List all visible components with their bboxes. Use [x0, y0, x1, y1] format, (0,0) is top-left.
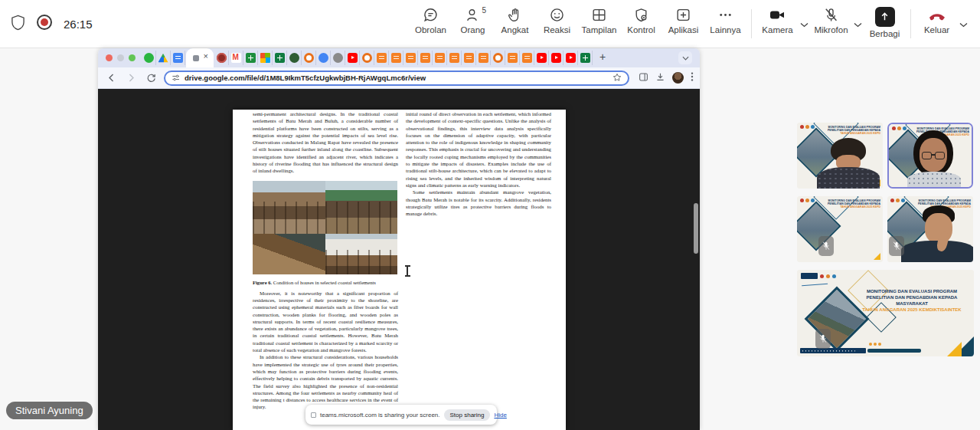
- drive-icon: [158, 53, 168, 63]
- more-dots-icon: [717, 7, 733, 23]
- sinta-tab-favicon[interactable]: [505, 51, 520, 65]
- people-button[interactable]: 5 Orang: [452, 0, 494, 48]
- viewer-scrollbar-thumb[interactable]: [694, 203, 698, 254]
- window-controls[interactable]: [98, 54, 142, 67]
- chat-icon: [423, 7, 439, 23]
- youtube-icon: [348, 53, 358, 63]
- whatsapp-icon: [144, 53, 154, 63]
- apps-button[interactable]: Aplikasi: [662, 0, 704, 48]
- stop-sharing-button[interactable]: Stop sharing: [444, 409, 491, 421]
- youtube-tab-favicon[interactable]: [564, 51, 578, 65]
- people-count-badge: 5: [482, 6, 486, 15]
- sheets-tab-favicon[interactable]: [243, 51, 258, 65]
- url-text[interactable]: drive.google.com/file/d/1M8L9IkmT5cfzUgk…: [185, 74, 608, 82]
- gmail-tab-favicon[interactable]: [229, 51, 243, 65]
- scopus-icon: [304, 53, 314, 63]
- teams-meeting-window: 26:15 Obrolan 5 Orang Angkat Reaksi: [0, 0, 980, 430]
- microphone-options-chevron[interactable]: [852, 17, 864, 31]
- microsoft-tab-favicon[interactable]: [258, 51, 273, 65]
- docs-icon: [173, 53, 183, 63]
- sinta-tab-favicon[interactable]: [447, 51, 462, 65]
- toolbar-divider: [751, 9, 752, 38]
- download-icon[interactable]: [655, 71, 665, 85]
- new-tab-button[interactable]: [596, 51, 610, 65]
- sinta-tab-favicon[interactable]: [418, 51, 433, 65]
- share-button[interactable]: Berbagi: [864, 0, 906, 48]
- leave-button[interactable]: Keluar: [916, 0, 958, 48]
- figure-photo-bottomleft: [253, 234, 325, 274]
- excel-tab-favicon[interactable]: [273, 51, 287, 65]
- profile-avatar[interactable]: [672, 72, 684, 84]
- apps-icon: [675, 7, 691, 23]
- sinta-tab-favicon[interactable]: [374, 51, 389, 65]
- sinta-icon: [420, 53, 430, 63]
- reload-icon[interactable]: [144, 71, 158, 85]
- microphone-muted-badge: [815, 329, 831, 349]
- pdf-paragraph: initial round of direct observation in e…: [406, 110, 551, 189]
- maximize-window-icon[interactable]: [129, 54, 136, 61]
- camera-button[interactable]: Kamera: [756, 0, 799, 48]
- hide-banner-link[interactable]: Hide: [494, 412, 506, 419]
- active-tab[interactable]: [186, 48, 214, 67]
- back-icon[interactable]: [104, 71, 118, 85]
- blue-icon: [318, 53, 328, 63]
- sinta-tab-favicon[interactable]: [433, 51, 447, 65]
- whatsapp-tab-favicon[interactable]: [142, 51, 156, 65]
- control-button[interactable]: Kontrol: [620, 0, 662, 48]
- youtube-tab-favicon[interactable]: [345, 51, 360, 65]
- participant-video-4[interactable]: MONITORING DAN EVALUASI PROGRAM PENELITI…: [887, 196, 973, 262]
- sinta-tab-favicon[interactable]: [462, 51, 476, 65]
- pdf-right-column: initial round of direct observation in e…: [406, 110, 551, 217]
- pdf-paragraph: Moreover, it is noteworthy that a signif…: [253, 290, 398, 354]
- youtube-tab-favicon[interactable]: [549, 51, 564, 65]
- side-panel-icon[interactable]: [639, 71, 648, 85]
- sinta-icon: [449, 53, 459, 63]
- active-icon: [193, 55, 199, 61]
- leave-options-chevron[interactable]: [958, 17, 969, 31]
- blue-tab-favicon[interactable]: [316, 51, 331, 65]
- docs-tab-favicon[interactable]: [171, 51, 185, 65]
- minimize-window-icon[interactable]: [117, 54, 124, 61]
- pdf-left-column: semi-permanent architectural designs. In…: [253, 110, 398, 411]
- browser-menu-icon[interactable]: [691, 71, 694, 85]
- more-button[interactable]: Lainnya: [704, 0, 746, 48]
- sinta-tab-favicon[interactable]: [403, 51, 418, 65]
- scopus-tab-favicon[interactable]: [360, 51, 374, 65]
- microphone-button[interactable]: Mikrofon: [810, 0, 852, 48]
- forward-icon[interactable]: [124, 71, 138, 85]
- browser-tab-strip: [98, 48, 700, 67]
- camera-icon: [769, 7, 787, 23]
- darkgreen-tab-favicon[interactable]: [287, 51, 302, 65]
- scopus-icon: [493, 53, 503, 63]
- address-bar[interactable]: drive.google.com/file/d/1M8L9IkmT5cfzUgk…: [164, 71, 629, 86]
- gray-tab-favicon[interactable]: [331, 51, 345, 65]
- meeting-timer: 26:15: [64, 18, 93, 31]
- participant-video-3[interactable]: MONITORING DAN EVALUASI PROGRAM PENELITI…: [797, 196, 883, 262]
- sinta-tab-favicon[interactable]: [476, 51, 491, 65]
- view-grid-icon: [591, 7, 607, 23]
- bookmark-star-icon[interactable]: [612, 71, 622, 85]
- figure-photo-bottomright: [325, 234, 398, 274]
- raise-hand-button[interactable]: Angkat: [494, 0, 536, 48]
- participant-video-2-active-speaker[interactable]: MONITORING DAN EVALUASI PROGRAM PENELITI…: [887, 123, 973, 189]
- chat-button[interactable]: Obrolan: [410, 0, 452, 48]
- view-button[interactable]: Tampilan: [578, 0, 620, 48]
- darkred-tab-favicon[interactable]: [214, 51, 229, 65]
- youtube-icon: [551, 53, 561, 63]
- tab-search-chevron-icon[interactable]: [678, 51, 692, 64]
- pdf-paragraph: semi-permanent architectural designs. In…: [253, 110, 398, 175]
- scopus-tab-favicon[interactable]: [491, 51, 505, 65]
- drive-tab-favicon[interactable]: [156, 51, 171, 65]
- pdf-paragraph: In addition to these structural consider…: [253, 353, 398, 410]
- participant-video-1[interactable]: MONITORING DAN EVALUASI PROGRAM PENELITI…: [797, 123, 883, 189]
- close-window-icon[interactable]: [106, 54, 113, 61]
- site-settings-icon[interactable]: [172, 71, 180, 85]
- scopus-tab-favicon[interactable]: [302, 51, 316, 65]
- reactions-button[interactable]: Reaksi: [536, 0, 578, 48]
- sinta-tab-favicon[interactable]: [389, 51, 403, 65]
- sinta-tab-favicon[interactable]: [520, 51, 534, 65]
- participant-video-5-slide[interactable]: MONITORING DAN EVALUASI PROGRAM PENELITI…: [797, 270, 974, 356]
- youtube-tab-favicon[interactable]: [534, 51, 549, 65]
- excel-tab-favicon[interactable]: [578, 51, 593, 65]
- camera-options-chevron[interactable]: [799, 17, 810, 31]
